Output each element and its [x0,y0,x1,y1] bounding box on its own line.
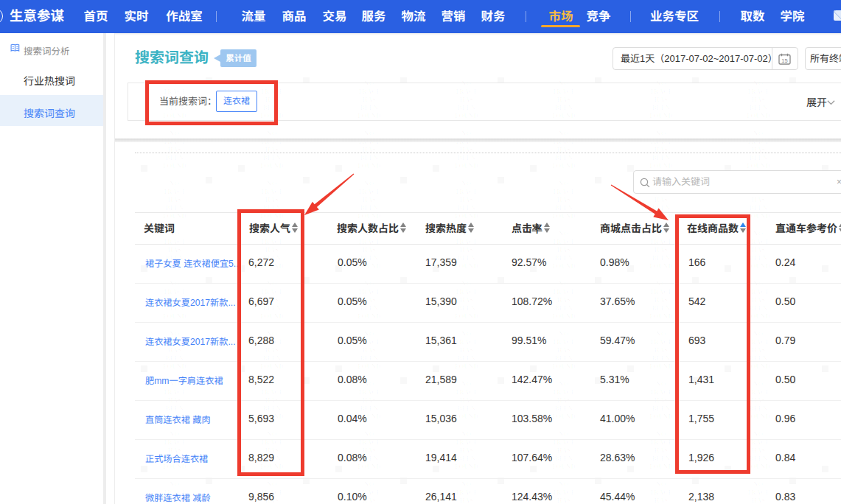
svg-text:15: 15 [781,57,787,64]
